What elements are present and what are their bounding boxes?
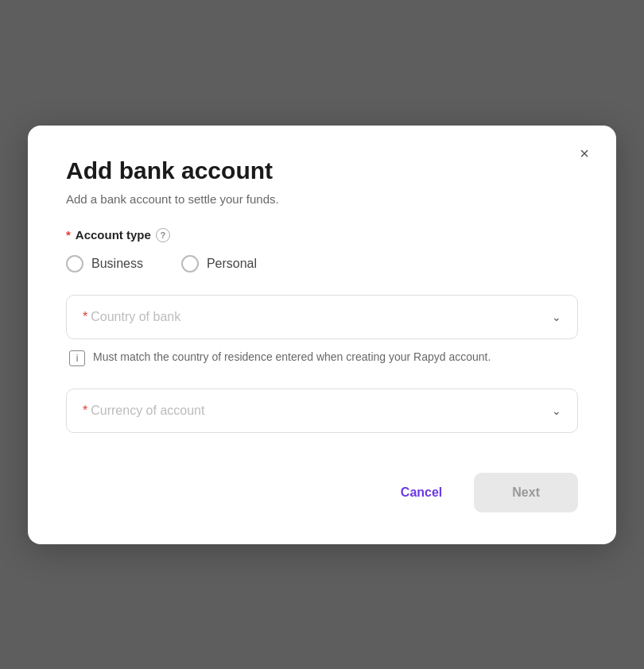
cancel-button[interactable]: Cancel bbox=[385, 476, 458, 509]
account-type-required-star: * bbox=[66, 228, 71, 242]
info-icon: i bbox=[69, 350, 85, 366]
currency-of-account-placeholder: * Currency of account bbox=[83, 404, 204, 418]
currency-of-account-wrapper: * Currency of account ⌄ bbox=[66, 389, 578, 433]
country-of-bank-wrapper: * Country of bank ⌄ bbox=[66, 295, 578, 339]
radio-circle-personal bbox=[181, 255, 199, 273]
currency-of-account-text: Currency of account bbox=[91, 404, 204, 418]
account-type-help-icon[interactable]: ? bbox=[156, 228, 170, 242]
account-type-label-text: Account type bbox=[76, 228, 151, 242]
modal-footer: Cancel Next bbox=[66, 473, 578, 512]
country-chevron-icon: ⌄ bbox=[552, 311, 561, 323]
close-button[interactable]: × bbox=[572, 141, 597, 167]
country-of-bank-placeholder: * Country of bank bbox=[83, 310, 180, 324]
next-button[interactable]: Next bbox=[474, 473, 578, 512]
radio-circle-business bbox=[66, 255, 83, 273]
modal-subtitle: Add a bank account to settle your funds. bbox=[66, 192, 578, 206]
modal-title: Add bank account bbox=[66, 157, 578, 184]
country-info-box: i Must match the country of residence en… bbox=[66, 349, 578, 366]
currency-of-account-select[interactable]: * Currency of account ⌄ bbox=[66, 389, 578, 433]
country-info-text: Must match the country of residence ente… bbox=[93, 349, 491, 365]
currency-required-star: * bbox=[83, 404, 87, 418]
country-required-star: * bbox=[83, 310, 87, 324]
account-type-radio-group: Business Personal bbox=[66, 255, 578, 273]
radio-label-business: Business bbox=[91, 257, 143, 271]
radio-label-personal: Personal bbox=[207, 257, 257, 271]
modal-dialog: × Add bank account Add a bank account to… bbox=[28, 126, 616, 544]
country-of-bank-text: Country of bank bbox=[91, 310, 180, 324]
radio-option-personal[interactable]: Personal bbox=[181, 255, 257, 273]
currency-chevron-icon: ⌄ bbox=[552, 404, 561, 417]
close-icon: × bbox=[580, 145, 589, 163]
radio-option-business[interactable]: Business bbox=[66, 255, 143, 273]
country-of-bank-select[interactable]: * Country of bank ⌄ bbox=[66, 295, 578, 339]
account-type-label: * Account type ? bbox=[66, 228, 578, 242]
